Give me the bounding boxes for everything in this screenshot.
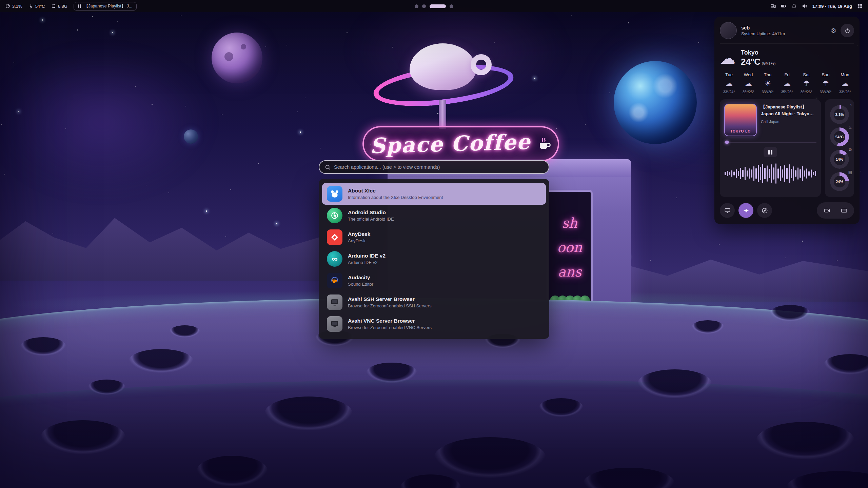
- media-progress-handle[interactable]: [725, 141, 729, 144]
- clock[interactable]: 17:09 - Tue, 19 Aug: [812, 4, 852, 9]
- star: [352, 111, 352, 111]
- workspace-dot[interactable]: [450, 4, 453, 8]
- app-desc: Browse for Zeroconf-enabled VNC Servers: [348, 325, 432, 330]
- star: [169, 192, 169, 193]
- media-progress-bar[interactable]: [724, 142, 816, 143]
- star: [181, 15, 181, 16]
- keyboard-button[interactable]: [836, 203, 851, 218]
- crater: [129, 349, 193, 373]
- app-row-anydesk[interactable]: AnyDesk AnyDesk: [322, 226, 546, 248]
- crater: [770, 305, 810, 321]
- app-launcher: About Xfce Information about the Xfce De…: [319, 160, 549, 339]
- launcher-search-bar[interactable]: [319, 160, 549, 174]
- cpu-gauge-icon: [5, 4, 10, 8]
- temp-stat: 54°C: [28, 4, 45, 9]
- app-row-avahi-ssh[interactable]: Avahi SSH Server Browser Browse for Zero…: [322, 291, 546, 313]
- waveform-bar: [767, 165, 768, 182]
- waveform-bar: [740, 168, 742, 179]
- app-row-about-xfce[interactable]: About Xfce Information about the Xfce De…: [322, 183, 546, 205]
- settings-gear-icon[interactable]: ⚙: [831, 27, 836, 34]
- app-name: About Xfce: [348, 188, 443, 194]
- app-row-android-studio[interactable]: Android Studio The official Android IDE: [322, 205, 546, 226]
- waveform-bar: [800, 169, 801, 178]
- avatar[interactable]: [720, 22, 737, 39]
- star: [230, 189, 231, 190]
- waveform-bar: [751, 169, 752, 178]
- crater: [637, 369, 712, 398]
- weather-temp: 24°C(GMT+9): [741, 57, 775, 67]
- app-row-audacity[interactable]: Audacity Sound Editor: [322, 270, 546, 291]
- system-uptime: System Uptime: 4h11m: [741, 32, 785, 36]
- crater: [264, 396, 353, 430]
- pause-button[interactable]: [764, 147, 777, 157]
- user-name: seb: [741, 25, 785, 30]
- forecast-day-label: Mon: [836, 72, 854, 77]
- star: [116, 122, 116, 122]
- camera-icon: [824, 207, 830, 214]
- star: [437, 113, 438, 114]
- appearance-button[interactable]: [738, 203, 753, 218]
- waveform-bar: [747, 170, 748, 177]
- waveform-bar: [764, 168, 766, 179]
- battery-icon[interactable]: [781, 3, 786, 9]
- volume-icon[interactable]: [802, 3, 807, 9]
- waveform-bar: [793, 166, 794, 181]
- waveform-bar: [773, 167, 774, 180]
- now-playing-widget[interactable]: 【Japanese Playlist】 J...: [74, 2, 137, 11]
- waveform-bar: [742, 170, 744, 177]
- memory-icon: ⚙: [848, 147, 852, 152]
- search-input[interactable]: [334, 164, 543, 170]
- quick-settings-right: [817, 202, 854, 219]
- waveform-bar: [791, 169, 792, 178]
- apps-grid-icon[interactable]: [857, 3, 863, 9]
- waveform-bar: [775, 163, 777, 184]
- browser-button[interactable]: [757, 203, 772, 218]
- app-row-arduino[interactable]: ∞ Arduino IDE v2 Arduino IDE v2: [322, 248, 546, 270]
- xfce-app-icon: [327, 186, 342, 202]
- media-subtitle: Chill Japan.: [761, 120, 816, 124]
- forecast-temps: 36°/26°: [797, 90, 815, 94]
- star: [609, 93, 610, 93]
- bell-icon[interactable]: [791, 3, 797, 9]
- temperature-icon: ♨: [848, 125, 852, 130]
- star: [56, 166, 56, 166]
- star: [860, 171, 861, 171]
- workspace-indicator: [415, 4, 453, 8]
- cpu-stat: 3.1%: [5, 4, 22, 9]
- workspace-dot[interactable]: [415, 4, 418, 8]
- crater: [756, 422, 854, 459]
- crater: [170, 325, 200, 338]
- waveform-bar: [784, 165, 786, 182]
- waveform-bar: [802, 166, 803, 181]
- star: [670, 19, 671, 19]
- app-row-avahi-vnc[interactable]: Avahi VNC Server Browser Browse for Zero…: [322, 313, 546, 335]
- star: [513, 122, 514, 122]
- temp-value: 54°C: [35, 4, 45, 9]
- star: [571, 15, 572, 16]
- devices-icon[interactable]: [770, 3, 776, 9]
- star: [585, 124, 586, 125]
- bright-star: [300, 131, 301, 133]
- earth-planet: [614, 61, 697, 144]
- display-button[interactable]: [720, 203, 735, 218]
- star: [698, 42, 699, 43]
- waveform-bar: [749, 168, 750, 179]
- workspace-active[interactable]: [430, 4, 446, 8]
- app-desc: Browse for Zeroconf-enabled SSH Servers: [348, 303, 431, 308]
- control-center-panel: seb System Uptime: 4h11m ⚙ ☁ Tokyo 24°C(…: [714, 17, 860, 224]
- waveform-bar: [815, 171, 816, 176]
- topbar-left: 3.1% 54°C 6.8G 【Japanese Playlist】 J...: [5, 2, 137, 11]
- forecast-temps: 33°/26°: [758, 90, 777, 94]
- star: [225, 236, 226, 237]
- forecast-temps: 33°/26°: [816, 90, 835, 94]
- screen-record-button[interactable]: [820, 203, 834, 218]
- waveform-bar: [811, 169, 812, 178]
- star: [297, 111, 298, 112]
- power-button[interactable]: [841, 24, 854, 37]
- avahi-ssh-app-icon: [327, 294, 342, 310]
- bright-star: [276, 223, 277, 224]
- cloud-icon: ☁: [720, 50, 735, 66]
- workspace-dot[interactable]: [422, 4, 426, 8]
- star: [4, 174, 5, 175]
- app-name: Arduino IDE v2: [348, 253, 386, 259]
